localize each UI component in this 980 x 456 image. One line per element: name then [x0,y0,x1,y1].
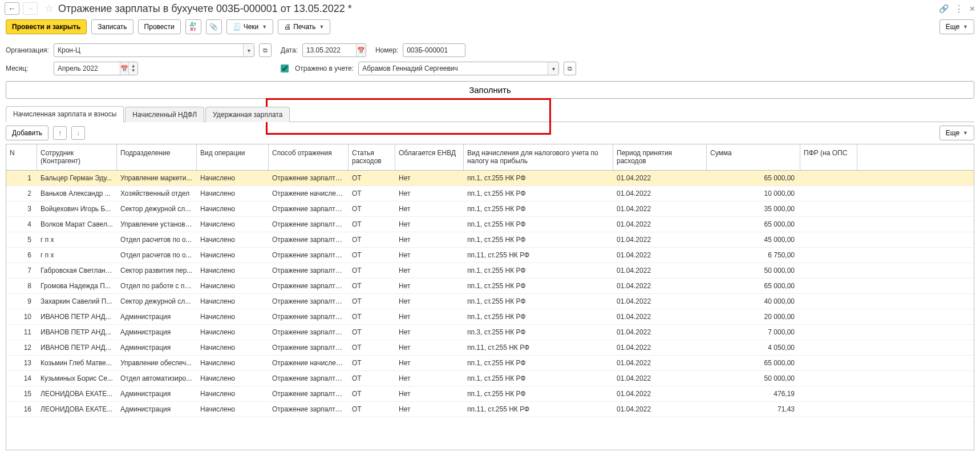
add-row-button[interactable]: Добавить [6,126,48,140]
date-input[interactable] [303,44,356,57]
cell-envd: Нет [395,263,464,278]
col-reflection[interactable]: Способ отражения [269,144,349,170]
cell-operation: Начислено [197,309,269,324]
table-row[interactable]: 8Громова Надежда П...Отдел по работе с п… [6,279,974,294]
table-row[interactable]: 4Волков Марат Савел...Управление установ… [6,217,974,232]
move-down-button[interactable]: ↓ [71,126,85,140]
cell-pfr [800,186,857,201]
reflected-input[interactable] [359,62,548,75]
cell-n: 7 [6,263,37,278]
more-vertical-icon[interactable] [954,3,963,14]
post-button[interactable]: Провести [138,19,181,34]
cell-reflection: Отражение зарпалты... [269,217,349,232]
table-row[interactable]: 16ЛЕОНИДОВА ЕКАТЕ...АдминистрацияНачисле… [6,402,974,417]
cell-n: 6 [6,248,37,263]
cell-n: 4 [6,217,37,232]
cell-department: Хозяйственный отдел [117,186,197,201]
cell-employee: ИВАНОВ ПЕТР АНД... [37,340,117,355]
cell-tax-accrual: пп.3, ст.255 НК РФ [464,325,613,340]
table-row[interactable]: 5г п хОтдел расчетов по о...НачисленоОтр… [6,232,974,248]
table-row[interactable]: 9Захаркин Савелий П...Сектор дежурной сл… [6,294,974,309]
table-row[interactable]: 6г п хОтдел расчетов по о...НачисленоОтр… [6,248,974,263]
move-up-button[interactable]: ↑ [53,126,67,140]
table-row[interactable]: 13Козьмин Глеб Матве...Управление обеспе… [6,356,974,371]
cell-envd: Нет [395,294,464,309]
organization-input[interactable] [54,44,243,57]
reflected-label: Отражено в учете: [295,64,354,72]
post-and-close-button[interactable]: Провести и закрыть [6,19,87,34]
dt-kt-button[interactable]: ДтКт [185,19,201,34]
cell-cost-article: ОТ [349,201,395,216]
cell-envd: Нет [395,232,464,247]
table-row[interactable]: 14Кузьминых Борис Се...Отдел автоматизир… [6,371,974,386]
checks-button[interactable]: Чеки▼ [226,19,274,34]
reflected-open-button[interactable] [564,62,576,75]
tab-withheld-salary[interactable]: Удержанная зарплата [205,107,290,122]
reflected-dropdown-button[interactable]: ▾ [548,62,558,75]
table-row[interactable]: 10ИВАНОВ ПЕТР АНД...АдминистрацияНачисле… [6,309,974,325]
col-tax-accrual[interactable]: Вид начисления для налогового учета по н… [464,144,613,170]
cell-n: 13 [6,356,37,370]
date-calendar-button[interactable] [356,44,366,57]
organization-dropdown-button[interactable]: ▾ [243,44,254,57]
col-n[interactable]: N [6,144,37,170]
cell-envd: Нет [395,201,464,216]
reflected-checkbox[interactable] [281,64,289,72]
cell-pfr [800,371,857,386]
nav-back-button[interactable]: ← [5,2,19,15]
table-row[interactable]: 12ИВАНОВ ПЕТР АНД...АдминистрацияНачисле… [6,340,974,356]
table-row[interactable]: 1Бальцер Герман Эду...Управление маркети… [6,171,974,186]
tab-accrued-ndfl[interactable]: Начисленный НДФЛ [125,107,204,122]
cell-sum: 476,19 [707,386,800,401]
cell-envd: Нет [395,386,464,401]
table-row[interactable]: 7Габровская Светлана...Сектор развития п… [6,263,974,279]
close-icon[interactable] [969,4,975,13]
cell-n: 16 [6,402,37,417]
cell-sum: 45 000,00 [707,232,800,247]
col-period[interactable]: Период принятия расходов [613,144,707,170]
month-calendar-button[interactable] [120,62,129,75]
fill-button[interactable]: Заполнить [6,81,974,99]
cell-reflection: Отражение зарпалты... [269,279,349,293]
cell-pfr [800,217,857,232]
cell-cost-article: ОТ [349,340,395,355]
tab-accrued-salary[interactable]: Начисленная зарплата и взносы [6,106,124,122]
nav-forward-button[interactable]: → [23,2,38,15]
number-input[interactable] [403,44,465,57]
save-button[interactable]: Записать [91,19,133,34]
col-sum[interactable]: Сумма [707,144,800,170]
col-pfr[interactable]: ПФР (на ОПС [800,144,857,170]
month-spin-button[interactable]: ▲▼ [128,62,137,75]
col-employee[interactable]: Сотрудник (Контрагент) [37,144,117,170]
table-row[interactable]: 3Войцехович Игорь Б...Сектор дежурной сл… [6,201,974,217]
cell-reflection: Отражение зарпалты... [269,340,349,355]
table-row[interactable]: 2Ваньков Александр ...Хозяйственный отде… [6,186,974,201]
cell-pfr [800,248,857,263]
grid-more-button[interactable]: Еще▼ [939,126,974,140]
cell-tax-accrual: пп.11, ст.255 НК РФ [464,340,613,355]
cell-tax-accrual: пп.1, ст.255 НК РФ [464,217,613,232]
col-cost-article[interactable]: Статья расходов [349,144,395,170]
col-operation[interactable]: Вид операции [197,144,269,170]
table-row[interactable]: 11ИВАНОВ ПЕТР АНД...АдминистрацияНачисле… [6,325,974,340]
attach-button[interactable] [206,19,222,34]
cell-envd: Нет [395,217,464,232]
organization-open-button[interactable] [259,43,272,57]
cell-n: 11 [6,325,37,340]
cell-n: 3 [6,201,37,216]
cell-tax-accrual: пп.1, ст.255 НК РФ [464,171,613,185]
cell-operation: Начислено [197,294,269,309]
cell-cost-article: ОТ [349,325,395,340]
cell-cost-article: ОТ [349,279,395,293]
link-icon[interactable] [939,4,949,13]
col-department[interactable]: Подразделение [117,144,197,170]
col-envd[interactable]: Облагается ЕНВД [395,144,464,170]
favorite-star-icon[interactable]: ☆ [44,2,54,15]
toolbar-more-button[interactable]: Еще▼ [939,19,974,34]
print-button[interactable]: Печать▼ [278,19,330,34]
cell-sum: 65 000,00 [707,356,800,370]
month-input[interactable] [54,62,120,75]
cell-tax-accrual: пп.1, ст.255 НК РФ [464,371,613,386]
calendar-icon [120,65,128,72]
table-row[interactable]: 15ЛЕОНИДОВА ЕКАТЕ...АдминистрацияНачисле… [6,386,974,402]
